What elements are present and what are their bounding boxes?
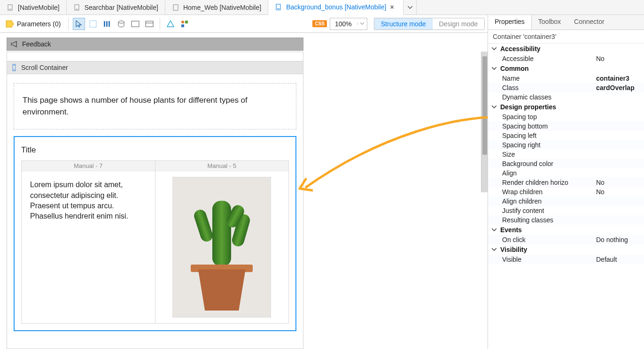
layout-column-1[interactable]: Manual - 7 Lorem ipsum dolor sit amet, c… (22, 161, 155, 323)
property-key: Class (502, 84, 596, 91)
toolbox-tab[interactable]: Toolbox (532, 15, 567, 30)
container3-selected[interactable]: Title Manual - 7 Lorem ipsum dolor sit a… (14, 136, 296, 331)
property-value[interactable]: No (596, 188, 644, 196)
property-row[interactable]: Render children horizoNo (488, 178, 644, 187)
property-value[interactable]: No (596, 55, 644, 62)
svg-rect-0 (8, 5, 12, 10)
property-group-header[interactable]: Common (488, 63, 644, 74)
properties-body[interactable]: AccessibilityAccessibleNoCommonNameconta… (488, 44, 644, 349)
property-key: Resulting classes (502, 216, 596, 224)
columns-tool-button[interactable] (101, 18, 113, 30)
scrollbar-thumb[interactable] (482, 56, 487, 155)
property-row[interactable]: Dynamic classes (488, 92, 644, 102)
zoom-selector[interactable]: 100% (330, 18, 367, 30)
properties-header: Container 'container3' (488, 30, 644, 44)
property-row[interactable]: Spacing bottom (488, 121, 644, 131)
design-mode-button[interactable]: Design mode (433, 18, 485, 30)
page-surface[interactable]: This page shows a number of house plants… (7, 52, 303, 349)
property-value[interactable]: No (596, 179, 644, 186)
property-key: Accessible (502, 55, 596, 62)
property-key: Align children (502, 197, 596, 205)
property-value[interactable] (596, 169, 644, 177)
css-badge[interactable]: CSS (312, 20, 327, 27)
svg-rect-19 (185, 21, 188, 23)
svg-rect-15 (146, 21, 153, 27)
plant-image[interactable] (172, 177, 271, 318)
property-row[interactable]: On clickDo nothing (488, 235, 644, 244)
canvas[interactable]: This page shows a number of house plants… (0, 33, 488, 349)
svg-rect-4 (173, 5, 178, 10)
property-row[interactable]: Namecontainer3 (488, 74, 644, 83)
canvas-scrollbar[interactable] (481, 52, 488, 192)
property-value[interactable] (596, 122, 644, 130)
select-tool-button[interactable] (73, 18, 85, 30)
card-title[interactable]: Title (21, 145, 289, 155)
chevron-down-icon (492, 67, 497, 70)
property-value[interactable]: Default (596, 256, 644, 263)
data-tool-button[interactable] (116, 18, 127, 30)
marquee-tool-button[interactable] (87, 18, 99, 30)
property-value[interactable] (596, 216, 644, 224)
layout-grid[interactable]: Manual - 7 Lorem ipsum dolor sit amet, c… (21, 160, 289, 324)
property-group-header[interactable]: Events (488, 225, 644, 235)
tab-background-bonus[interactable]: Background_bonus [NativeMobile] × (268, 0, 403, 15)
chevron-down-icon (492, 228, 497, 232)
parameters-button[interactable]: Parameters (0) (3, 19, 63, 29)
property-value[interactable]: cardOverlap (596, 84, 644, 91)
property-group-header[interactable]: Design properties (488, 102, 644, 112)
tab-home-web[interactable]: Home_Web [NativeMobile] (165, 0, 268, 15)
property-group-header[interactable]: Visibility (488, 244, 644, 255)
tab-searchbar[interactable]: Searchbar [NativeMobile] (67, 0, 165, 15)
connector-tab[interactable]: Connector (567, 15, 611, 30)
property-value[interactable]: container3 (596, 75, 644, 82)
scroll-container-header[interactable]: Scroll Container (7, 61, 303, 74)
widgets-tool-button[interactable] (179, 18, 190, 30)
feedback-bar[interactable]: Feedback (7, 38, 303, 51)
column-header: Manual - 7 (22, 161, 155, 171)
property-row[interactable]: VisibleDefault (488, 255, 644, 264)
property-value[interactable] (596, 141, 644, 149)
tab-label: [NativeMobile] (18, 4, 60, 11)
lorem-text[interactable]: Lorem ipsum dolor sit amet, consectetur … (22, 171, 155, 230)
property-group-header[interactable]: Accessibility (488, 44, 644, 54)
property-row[interactable]: Justify content (488, 206, 644, 215)
structure-mode-button[interactable]: Structure mode (374, 18, 433, 30)
svg-marker-17 (167, 21, 174, 27)
property-row[interactable]: Spacing top (488, 112, 644, 121)
property-value[interactable] (596, 160, 644, 167)
property-row[interactable]: Align (488, 168, 644, 178)
property-value[interactable] (596, 132, 644, 139)
property-row[interactable]: AccessibleNo (488, 54, 644, 63)
properties-tab[interactable]: Properties (488, 15, 532, 30)
property-row[interactable]: ClasscardOverlap (488, 83, 644, 92)
property-row[interactable]: Background color (488, 159, 644, 168)
layout-column-2[interactable]: Manual - 5 (155, 161, 289, 323)
tab-overflow-button[interactable] (403, 0, 417, 15)
property-key: Visible (502, 256, 596, 263)
property-value[interactable] (596, 207, 644, 214)
zoom-caret[interactable] (357, 23, 367, 25)
description-text-widget[interactable]: This page shows a number of house plants… (14, 83, 296, 129)
svg-rect-1 (9, 9, 11, 9)
property-value[interactable] (596, 93, 644, 101)
property-value[interactable] (596, 113, 644, 121)
property-row[interactable]: Size (488, 150, 644, 159)
tab-native-mobile[interactable]: [NativeMobile] (0, 0, 67, 15)
property-row[interactable]: Resulting classes (488, 215, 644, 225)
zoom-value: 100% (330, 20, 357, 28)
property-row[interactable]: Spacing left (488, 131, 644, 140)
property-value[interactable] (596, 151, 644, 158)
warning-tool-button[interactable] (165, 18, 176, 30)
panel-tool-button[interactable] (144, 18, 155, 30)
container-tool-button[interactable] (130, 18, 141, 30)
close-tab-icon[interactable]: × (390, 3, 396, 11)
property-row[interactable]: Wrap childrenNo (488, 187, 644, 197)
property-row[interactable]: Align children (488, 197, 644, 206)
property-value[interactable] (596, 197, 644, 205)
svg-rect-11 (106, 21, 108, 27)
chevron-down-icon (492, 248, 497, 251)
property-value[interactable]: Do nothing (596, 236, 644, 243)
property-key: Wrap children (502, 188, 596, 196)
chevron-down-icon (360, 23, 364, 25)
property-row[interactable]: Spacing right (488, 140, 644, 150)
